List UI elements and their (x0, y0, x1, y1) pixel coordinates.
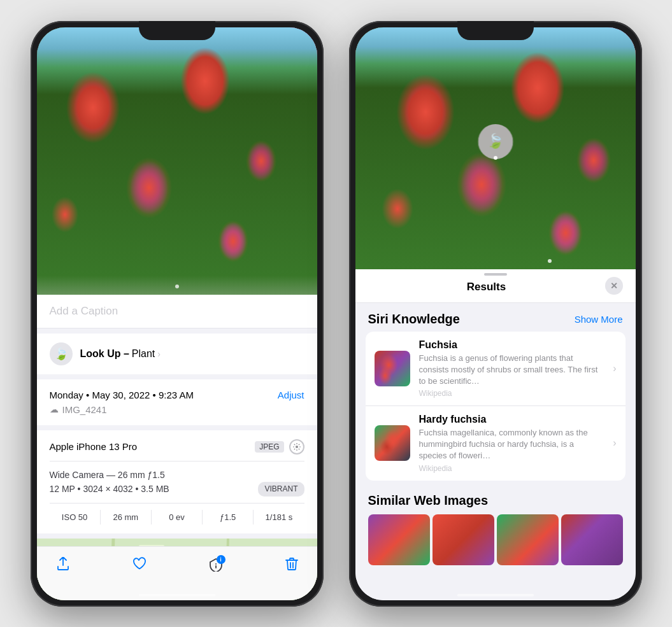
date-section: Monday • May 30, 2022 • 9:23 AM Adjust ☁… (37, 379, 317, 425)
home-indicator-right (457, 594, 534, 596)
photo-dot-right (548, 259, 552, 263)
hardy-thumb (375, 425, 410, 461)
fuchsia-chevron-icon: › (613, 363, 616, 374)
phone-notch-left (139, 21, 215, 40)
cloud-icon: ☁ (50, 404, 59, 414)
exif-row: ISO 50 26 mm 0 ev ƒ1.5 1/181 s (50, 503, 304, 525)
siri-dot (494, 156, 497, 160)
left-phone: Add a Caption 🍃 Look Up – Plant › (31, 21, 324, 607)
fuchsia-thumb (375, 351, 410, 386)
flower-photo-left[interactable] (37, 27, 317, 295)
fuchsia-info: Fuchsia Fuchsia is a genus of flowering … (419, 339, 604, 398)
similar-image-4[interactable] (561, 514, 623, 565)
fuchsia-name: Fuchsia (419, 339, 604, 351)
exif-mm: 26 mm (101, 510, 152, 525)
home-indicator-left (139, 594, 215, 596)
lookup-label-regular: Plant (132, 348, 155, 360)
caption-placeholder: Add a Caption (50, 305, 118, 317)
results-content: Siri Knowledge Show More Fuchsia Fuchsia… (355, 303, 636, 600)
hardy-source: Wikipedia (419, 464, 604, 473)
filename: IMG_4241 (62, 404, 107, 415)
results-header: Results ✕ (355, 269, 636, 303)
phone-notch-right (457, 21, 534, 40)
similar-title: Similar Web Images (368, 493, 623, 508)
heart-button[interactable] (132, 557, 147, 575)
info-button[interactable]: i (209, 558, 223, 574)
siri-knowledge-title: Siri Knowledge (368, 312, 460, 327)
trash-button[interactable] (285, 557, 298, 575)
fuchsia-thumbnail-image (375, 351, 410, 386)
hardy-chevron-icon: › (613, 437, 616, 449)
wide-camera: Wide Camera — 26 mm ƒ1.5 (50, 468, 304, 482)
lookup-label-bold: Look Up – (80, 348, 129, 360)
leaf-icon: 🍃 (54, 347, 68, 361)
lookup-chevron-icon: › (157, 349, 161, 359)
siri-knowledge-header: Siri Knowledge Show More (355, 303, 636, 332)
knowledge-card: Fuchsia Fuchsia is a genus of flowering … (366, 332, 626, 481)
right-screen: 🍃 Results ✕ Siri Knowledge Show More (355, 27, 636, 600)
date-text: Monday • May 30, 2022 • 9:23 AM (50, 390, 194, 400)
similar-web-images-section: Similar Web Images (355, 484, 636, 570)
share-button[interactable] (56, 557, 70, 575)
exif-shutter: 1/181 s (254, 510, 304, 525)
right-phone: 🍃 Results ✕ Siri Knowledge Show More (349, 21, 642, 607)
siri-button[interactable]: 🍃 (478, 124, 513, 159)
results-panel: Results ✕ Siri Knowledge Show More (355, 269, 636, 600)
fuchsia-source: Wikipedia (419, 389, 604, 398)
adjust-button[interactable]: Adjust (278, 390, 304, 400)
filename-row: ☁ IMG_4241 (50, 404, 304, 415)
fuchsia-item[interactable]: Fuchsia Fuchsia is a genus of flowering … (366, 332, 626, 407)
flower-photo-right[interactable]: 🍃 (355, 27, 636, 269)
caption-field[interactable]: Add a Caption (37, 295, 317, 328)
hardy-thumbnail-image (375, 425, 410, 461)
gear-icon[interactable] (289, 439, 304, 454)
photo-dot-left (175, 285, 179, 288)
exif-iso: ISO 50 (50, 510, 101, 525)
similar-image-1[interactable] (368, 514, 430, 565)
hardy-name: Hardy fuchsia (419, 414, 604, 425)
jpeg-badge: JPEG (255, 441, 283, 453)
hardy-fuchsia-item[interactable]: Hardy fuchsia Fuchsia magellanica, commo… (366, 406, 626, 481)
similar-images-row (368, 514, 623, 565)
camera-details: Wide Camera — 26 mm ƒ1.5 12 MP • 3024 × … (50, 468, 304, 497)
results-title: Results (368, 281, 605, 293)
close-button[interactable]: ✕ (605, 277, 623, 295)
bottom-toolbar: i (37, 546, 317, 600)
similar-image-3[interactable] (497, 514, 559, 565)
svg-point-6 (215, 563, 217, 565)
exif-f: ƒ1.5 (203, 510, 254, 525)
camera-badges: JPEG (255, 439, 304, 454)
siri-leaf-icon: 🍃 (487, 133, 504, 150)
info-badge-label: i (220, 556, 222, 563)
info-badge: i (217, 555, 225, 564)
lookup-text: Look Up – Plant › (80, 348, 161, 360)
camera-section: Apple iPhone 13 Pro JPEG (37, 430, 317, 534)
camera-model: Apple iPhone 13 Pro (50, 441, 138, 452)
fuchsia-desc: Fuchsia is a genus of flowering plants t… (419, 353, 604, 388)
drag-handle[interactable] (484, 273, 507, 276)
vibrant-badge: VIBRANT (258, 482, 304, 497)
svg-point-0 (296, 446, 298, 448)
hardy-info: Hardy fuchsia Fuchsia magellanica, commo… (419, 414, 604, 473)
camera-row2: 12 MP • 3024 × 4032 • 3.5 MB VIBRANT (50, 482, 304, 497)
lookup-row[interactable]: 🍃 Look Up – Plant › (37, 334, 317, 374)
hardy-desc: Fuchsia magellanica, commonly known as t… (419, 427, 604, 462)
exif-ev: 0 ev (152, 510, 203, 525)
lookup-icon: 🍃 (50, 342, 73, 365)
date-row: Monday • May 30, 2022 • 9:23 AM Adjust (50, 390, 304, 400)
camera-header: Apple iPhone 13 Pro JPEG (50, 439, 304, 461)
left-screen: Add a Caption 🍃 Look Up – Plant › (37, 27, 317, 600)
resolution: 12 MP • 3024 × 4032 • 3.5 MB (50, 482, 169, 496)
show-more-button[interactable]: Show More (575, 314, 623, 325)
similar-image-2[interactable] (433, 514, 494, 565)
